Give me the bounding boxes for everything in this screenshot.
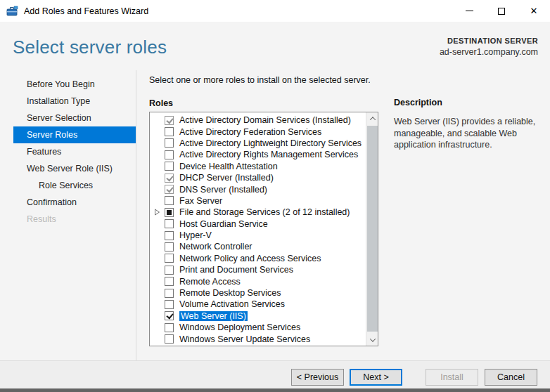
role-row-hyper-v[interactable]: Hyper-V (150, 230, 365, 241)
role-row-web-server-iis[interactable]: Web Server (IIS) (150, 311, 365, 322)
sidebar-item-confirmation[interactable]: Confirmation (0, 194, 136, 211)
sidebar-item-server-roles[interactable]: Server Roles (13, 126, 136, 143)
role-checkbox-file-and-storage-services-2-of-12-installed[interactable] (165, 208, 174, 217)
role-checkbox-network-policy-and-access-services[interactable] (165, 254, 174, 263)
title-bar: Add Roles and Features Wizard ✕ (0, 0, 550, 22)
role-checkbox-print-and-document-services[interactable] (165, 266, 174, 275)
role-label: Active Directory Domain Services (Instal… (179, 115, 351, 125)
destination-server-label: DESTINATION SERVER (440, 37, 538, 45)
role-row-network-policy-and-access-services[interactable]: Network Policy and Access Services (150, 253, 365, 264)
roles-list-label: Roles (149, 98, 173, 108)
role-checkbox-host-guardian-service[interactable] (165, 219, 174, 228)
role-row-dns-server-installed[interactable]: DNS Server (Installed) (150, 183, 365, 195)
expander-spacer (154, 128, 165, 136)
role-row-active-directory-domain-services-installed[interactable]: Active Directory Domain Services (Instal… (150, 115, 365, 126)
role-label: Device Health Attestation (179, 162, 278, 171)
role-label: Network Policy and Access Services (179, 254, 321, 263)
role-checkbox-fax-server[interactable] (165, 196, 174, 205)
role-row-network-controller[interactable]: Network Controller (150, 241, 365, 252)
role-checkbox-remote-desktop-services[interactable] (165, 289, 174, 298)
scrollbar[interactable] (366, 112, 378, 346)
expander-spacer (154, 185, 165, 194)
install-button[interactable]: Install (426, 369, 478, 386)
role-label: Active Directory Rights Management Servi… (179, 150, 358, 159)
expander-spacer (154, 312, 165, 320)
next-button[interactable]: Next > (350, 369, 402, 386)
role-row-dhcp-server-installed[interactable]: DHCP Server (Installed) (150, 172, 365, 183)
role-checkbox-active-directory-domain-services-installed[interactable] (165, 116, 174, 125)
role-label: Volume Activation Services (179, 299, 285, 309)
expander-spacer (154, 139, 165, 148)
expander-spacer (154, 162, 165, 171)
role-row-remote-desktop-services[interactable]: Remote Desktop Services (150, 287, 365, 299)
role-label: Active Directory Lightweight Directory S… (179, 138, 362, 148)
role-label: Windows Deployment Services (179, 322, 300, 332)
scroll-up-icon[interactable] (366, 112, 378, 124)
role-checkbox-web-server-iis[interactable] (165, 311, 174, 320)
window-bottom-edge (0, 388, 550, 392)
sidebar-divider (136, 70, 136, 360)
sidebar-item-role-services[interactable]: Role Services (0, 177, 136, 194)
minimize-button[interactable] (453, 0, 485, 22)
expander-spacer (154, 254, 165, 263)
wizard-nav-sidebar: Before You BeginInstallation TypeServer … (0, 76, 136, 228)
role-row-active-directory-rights-management-services[interactable]: Active Directory Rights Management Servi… (150, 149, 365, 160)
role-checkbox-active-directory-federation-services[interactable] (165, 127, 174, 136)
sidebar-item-server-selection[interactable]: Server Selection (0, 110, 136, 126)
role-label: Remote Desktop Services (179, 288, 281, 298)
role-row-device-health-attestation[interactable]: Device Health Attestation (150, 161, 365, 172)
role-row-windows-server-update-services[interactable]: Windows Server Update Services (150, 333, 365, 344)
role-label: Network Controller (179, 242, 252, 251)
role-row-fax-server[interactable]: Fax Server (150, 195, 365, 207)
role-checkbox-remote-access[interactable] (165, 277, 174, 286)
expander-spacer (154, 231, 165, 240)
window-title: Add Roles and Features Wizard (24, 6, 148, 16)
role-checkbox-volume-activation-services[interactable] (165, 300, 174, 309)
role-checkbox-dhcp-server-installed[interactable] (165, 174, 174, 183)
expander-spacer (154, 289, 165, 297)
role-label: DNS Server (Installed) (179, 185, 267, 195)
expander-spacer (154, 116, 165, 124)
role-row-windows-deployment-services[interactable]: Windows Deployment Services (150, 322, 365, 333)
expander-spacer (154, 197, 165, 205)
expander-spacer (154, 150, 165, 159)
role-row-file-and-storage-services-2-of-12-installed[interactable]: File and Storage Services (2 of 12 insta… (150, 207, 365, 218)
role-row-active-directory-federation-services[interactable]: Active Directory Federation Services (150, 126, 365, 137)
expander-spacer (154, 242, 165, 251)
maximize-icon (498, 8, 505, 15)
role-row-host-guardian-service[interactable]: Host Guardian Service (150, 218, 365, 230)
instruction-text: Select one or more roles to install on t… (149, 75, 371, 85)
role-checkbox-device-health-attestation[interactable] (165, 162, 174, 171)
page-title: Select server roles (13, 37, 167, 58)
role-label: Host Guardian Service (179, 219, 268, 229)
scrollbar-thumb[interactable] (367, 126, 378, 332)
footer-bar: < Previous Next > Install Cancel (0, 360, 550, 389)
maximize-button[interactable] (485, 0, 518, 22)
role-row-print-and-document-services[interactable]: Print and Document Services (150, 264, 365, 275)
scroll-down-icon[interactable] (366, 334, 378, 346)
role-checkbox-dns-server-installed[interactable] (165, 185, 174, 194)
cancel-button[interactable]: Cancel (485, 369, 537, 386)
sidebar-item-before-you-begin[interactable]: Before You Begin (0, 76, 136, 93)
sidebar-item-installation-type[interactable]: Installation Type (0, 93, 136, 110)
role-row-volume-activation-services[interactable]: Volume Activation Services (150, 299, 365, 310)
role-label: Active Directory Federation Services (179, 127, 321, 137)
role-row-active-directory-lightweight-directory-services[interactable]: Active Directory Lightweight Directory S… (150, 138, 365, 149)
role-label: Remote Access (179, 277, 241, 287)
previous-button[interactable]: < Previous (291, 369, 344, 386)
role-checkbox-windows-deployment-services[interactable] (165, 323, 174, 332)
role-checkbox-active-directory-lightweight-directory-services[interactable] (165, 138, 174, 148)
role-checkbox-active-directory-rights-management-services[interactable] (165, 150, 174, 159)
expander-spacer (154, 277, 165, 286)
role-checkbox-network-controller[interactable] (165, 242, 174, 251)
role-label: Fax Server (179, 196, 222, 206)
sidebar-item-features[interactable]: Features (0, 143, 136, 160)
description-heading: Description (394, 98, 442, 107)
sidebar-item-web-server-role-iis[interactable]: Web Server Role (IIS) (0, 160, 136, 177)
role-checkbox-hyper-v[interactable] (165, 231, 174, 240)
role-label: File and Storage Services (2 of 12 insta… (179, 207, 350, 217)
role-checkbox-windows-server-update-services[interactable] (165, 334, 174, 344)
expander-icon[interactable] (154, 208, 165, 216)
close-button[interactable]: ✕ (518, 0, 550, 22)
role-row-remote-access[interactable]: Remote Access (150, 275, 365, 287)
